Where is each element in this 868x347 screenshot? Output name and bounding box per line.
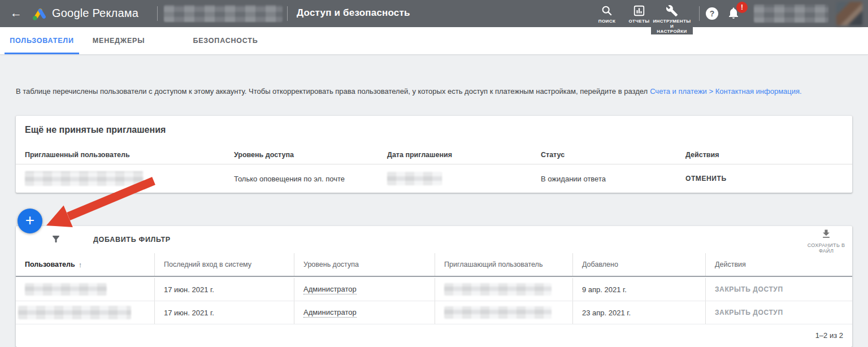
top-app-bar: ← Google Реклама Доступ и безопасность П… [0,0,868,27]
column-header[interactable]: Последний вход в систему [155,253,294,276]
column-header: Действия [706,253,852,276]
back-arrow-icon[interactable]: ← [10,6,22,20]
sort-ascending-icon: ↑ [79,261,83,269]
invitation-access-level: Только оповещения по эл. почте [225,164,378,193]
added-date: 9 апр. 2021 г. [573,278,706,301]
table-row: 17 июн. 2021 г. Администратор 23 апр. 20… [16,301,852,324]
column-header-user[interactable]: Пользователь↑ [16,253,155,276]
inviting-user-redacted [444,283,552,296]
revoke-access-button[interactable]: ЗАКРЫТЬ ДОСТУП [715,309,783,316]
account-info-redacted [754,5,828,23]
billing-contact-link[interactable]: Счета и платежи > Контактная информация. [650,87,802,96]
header-divider [157,6,158,21]
user-email-redacted [18,306,131,319]
column-header[interactable]: Добавлено [573,253,706,276]
save-to-file-button[interactable]: СОХРАНИТЬ В ФАЙЛ [801,228,851,254]
search-icon[interactable] [601,5,613,17]
account-name-redacted [164,5,283,22]
avatar[interactable] [836,2,862,25]
last-login: 17 июн. 2021 г. [155,301,294,324]
invited-user-redacted [25,171,144,186]
inviting-user-redacted [444,306,552,319]
reports-icon[interactable] [633,5,645,17]
column-header[interactable]: Приглашающий пользователь [435,253,573,276]
last-login: 17 июн. 2021 г. [155,278,294,301]
pagination-status: 1–2 из 2 [815,331,843,340]
header-divider [287,6,288,21]
add-filter-button[interactable]: ДОБАВИТЬ ФИЛЬТР [93,236,171,244]
invitation-row: Только оповещения по эл. почте В ожидани… [16,164,852,193]
tab-users[interactable]: ПОЛЬЗОВАТЕЛИ [5,27,79,55]
column-header: Дата приглашения [378,146,532,164]
pending-invitations-title: Ещё не принятые приглашения [25,125,166,135]
notification-badge: ! [736,2,748,13]
active-tab-underline [5,53,79,54]
pending-invitations-card: Ещё не принятые приглашения Приглашенный… [16,116,852,193]
access-level: Администратор [303,285,357,294]
invitations-table-header: Приглашенный пользователь Уровень доступ… [16,146,852,164]
google-ads-logo [32,6,47,21]
column-header[interactable]: Уровень доступа [294,253,435,276]
users-table-header: Пользователь↑ Последний вход в систему У… [16,253,852,277]
download-icon [821,228,832,240]
tools-icon[interactable] [666,5,678,17]
column-header: Приглашенный пользователь [16,146,225,164]
page-description: В таблице перечислены пользователи с дос… [16,86,858,97]
add-user-button[interactable]: + [18,209,42,233]
filter-funnel-icon[interactable] [51,234,61,244]
added-date: 23 апр. 2021 г. [573,301,706,324]
page-title: Доступ и безопасность [297,7,410,19]
users-table-card: ДОБАВИТЬ ФИЛЬТР СОХРАНИТЬ В ФАЙЛ Пользов… [16,226,852,347]
user-email-redacted [25,283,107,296]
column-header: Статус [532,146,676,164]
access-level: Администратор [303,308,357,318]
tools-label: ИНСТРУМЕНТЫ И НАСТРОЙКИ [644,19,700,34]
invitation-status: В ожидании ответа [532,164,676,193]
invitation-date-redacted [387,172,442,185]
brand-name: Google Реклама [52,7,138,20]
column-header: Действия [676,146,852,164]
tab-managers[interactable]: МЕНЕДЖЕРЫ [89,27,148,55]
table-row: 17 июн. 2021 г. Администратор 9 апр. 202… [16,278,852,301]
tab-security[interactable]: БЕЗОПАСНОСТЬ [191,27,260,55]
tab-bar: ПОЛЬЗОВАТЕЛИ МЕНЕДЖЕРЫ БЕЗОПАСНОСТЬ [0,27,868,55]
column-header: Уровень доступа [225,146,378,164]
save-to-file-label: СОХРАНИТЬ В ФАЙЛ [801,242,851,254]
revoke-access-button[interactable]: ЗАКРЫТЬ ДОСТУП [715,285,783,293]
cancel-invitation-button[interactable]: ОТМЕНИТЬ [685,175,727,183]
help-icon[interactable]: ? [706,7,718,20]
